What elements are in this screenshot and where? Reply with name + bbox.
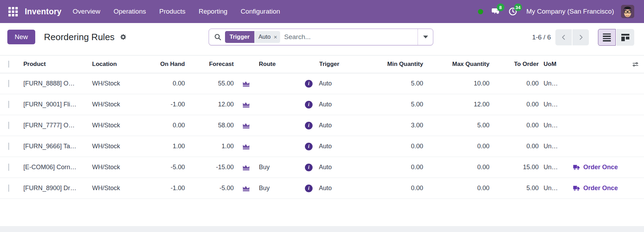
user-avatar[interactable] (621, 5, 634, 18)
cell-trigger: Auto (319, 164, 332, 171)
forecast-graph-icon[interactable] (242, 184, 250, 193)
messages-icon[interactable]: 8 (490, 6, 501, 17)
menu-operations[interactable]: Operations (113, 6, 147, 17)
control-panel: New Reordering Rules Trigger Auto × (0, 23, 644, 51)
truck-icon (573, 164, 580, 170)
cell-forecast: 55.00 (185, 80, 234, 87)
forecast-graph-icon[interactable] (242, 163, 250, 172)
new-button[interactable]: New (7, 30, 35, 44)
cell-uom: Un… (539, 122, 573, 129)
cell-min-quantity: 5.00 (380, 101, 423, 108)
cell-trigger: Auto (319, 143, 332, 150)
cell-forecast: 58.00 (185, 122, 234, 129)
cell-max-quantity: 0.00 (423, 164, 489, 171)
column-header-location[interactable]: Location (88, 61, 126, 68)
menu-reporting[interactable]: Reporting (198, 6, 228, 17)
chevron-right-icon (578, 34, 584, 40)
column-header-trigger[interactable]: Trigger (300, 61, 380, 68)
forecast-graph-icon[interactable] (242, 100, 250, 109)
bottom-strip (0, 226, 644, 232)
pager-range: 1-6 / 6 (532, 33, 551, 41)
cell-route: Buy (258, 164, 300, 171)
cell-product: [FURN_8900] Dr… (20, 185, 88, 192)
forecast-graph-icon[interactable] (242, 142, 250, 151)
select-all-checkbox[interactable] (8, 61, 9, 68)
search-bar: Trigger Auto × (209, 29, 433, 45)
list-view-button[interactable] (598, 29, 616, 46)
order-once-button[interactable]: Order Once (573, 164, 618, 171)
optional-columns-icon[interactable] (632, 61, 639, 68)
cell-uom: Un… (539, 164, 573, 171)
forecast-graph-icon[interactable] (242, 79, 250, 88)
table-row[interactable]: [FURN_8900] Dr… WH/Stock -1.00 -5.00 Buy… (0, 178, 644, 199)
cell-min-quantity: 5.00 (380, 80, 423, 87)
forecast-graph-icon[interactable] (242, 121, 250, 130)
column-header-max-quantity[interactable]: Max Quantity (423, 61, 489, 68)
info-icon[interactable]: i (305, 101, 313, 108)
table-row[interactable]: [E-COM06] Corn… WH/Stock -5.00 -15.00 Bu… (0, 157, 644, 178)
row-checkbox[interactable] (8, 185, 9, 192)
cell-max-quantity: 0.00 (423, 143, 489, 150)
facet-label[interactable]: Trigger (225, 31, 254, 43)
cell-on-hand: -1.00 (126, 101, 185, 108)
cell-product: [FURN_7777] O… (20, 122, 88, 129)
cell-product: [FURN_8888] O… (20, 80, 88, 87)
company-switcher[interactable]: My Company (San Francisco) (526, 8, 614, 15)
cell-on-hand: 0.00 (126, 122, 185, 129)
table-row[interactable]: [FURN_7777] O… WH/Stock 0.00 58.00 i Aut… (0, 115, 644, 136)
info-icon[interactable]: i (305, 80, 313, 88)
cell-location: WH/Stock (88, 122, 126, 129)
row-checkbox[interactable] (8, 164, 9, 171)
info-icon[interactable]: i (305, 122, 313, 129)
cell-min-quantity: 3.00 (380, 122, 423, 129)
pager-previous-button[interactable] (555, 29, 572, 45)
cell-product: [FURN_9666] Ta… (20, 143, 88, 150)
search-dropdown-toggle[interactable] (418, 29, 433, 45)
row-checkbox[interactable] (8, 101, 9, 108)
column-header-to-order[interactable]: To Order (489, 61, 539, 68)
column-header-product[interactable]: Product (20, 61, 88, 68)
column-header-min-quantity[interactable]: Min Quantity (380, 61, 423, 68)
cell-location: WH/Stock (88, 101, 126, 108)
row-checkbox[interactable] (8, 80, 9, 87)
cell-product: [E-COM06] Corn… (20, 164, 88, 171)
menu-overview[interactable]: Overview (72, 6, 101, 17)
activities-icon[interactable]: 34 (508, 6, 518, 17)
cell-trigger: Auto (319, 122, 332, 129)
column-header-uom[interactable]: UoM (539, 61, 573, 68)
order-once-label: Order Once (583, 164, 618, 171)
search-input[interactable] (280, 33, 418, 41)
gear-icon[interactable] (120, 33, 127, 40)
empty-area (0, 199, 644, 218)
apps-grid-icon[interactable] (8, 7, 18, 16)
order-once-button[interactable]: Order Once (573, 185, 618, 192)
facet-value-text: Auto (259, 33, 271, 40)
cell-location: WH/Stock (88, 143, 126, 150)
table-row[interactable]: [FURN_9666] Ta… WH/Stock 1.00 1.00 i Aut… (0, 136, 644, 157)
cell-forecast: -5.00 (185, 185, 234, 192)
list-view-icon (603, 33, 611, 42)
cell-max-quantity: 10.00 (423, 80, 489, 87)
pager-next-button[interactable] (572, 29, 589, 45)
app-name[interactable]: Inventory (25, 7, 61, 16)
info-icon[interactable]: i (305, 143, 313, 150)
column-header-route[interactable]: Route (258, 61, 300, 68)
table-row[interactable]: [FURN_9001] Fli… WH/Stock -1.00 12.00 i … (0, 94, 644, 115)
menu-configuration[interactable]: Configuration (240, 6, 281, 17)
column-header-forecast[interactable]: Forecast (185, 61, 234, 68)
row-checkbox[interactable] (8, 143, 9, 150)
cell-to-order: 0.00 (489, 80, 539, 87)
cell-min-quantity: 0.00 (380, 164, 423, 171)
column-header-on-hand[interactable]: On Hand (126, 61, 185, 68)
cell-location: WH/Stock (88, 80, 126, 87)
activities-badge: 34 (514, 3, 522, 11)
facet-remove-icon[interactable]: × (274, 34, 277, 40)
info-icon[interactable]: i (305, 164, 313, 171)
menu-products[interactable]: Products (158, 6, 186, 17)
info-icon[interactable]: i (305, 185, 313, 192)
kanban-view-button[interactable] (616, 29, 634, 46)
cell-forecast: -15.00 (185, 164, 234, 171)
table-row[interactable]: [FURN_8888] O… WH/Stock 0.00 55.00 i Aut… (0, 73, 644, 94)
cell-uom: Un… (539, 80, 573, 87)
row-checkbox[interactable] (8, 122, 9, 129)
